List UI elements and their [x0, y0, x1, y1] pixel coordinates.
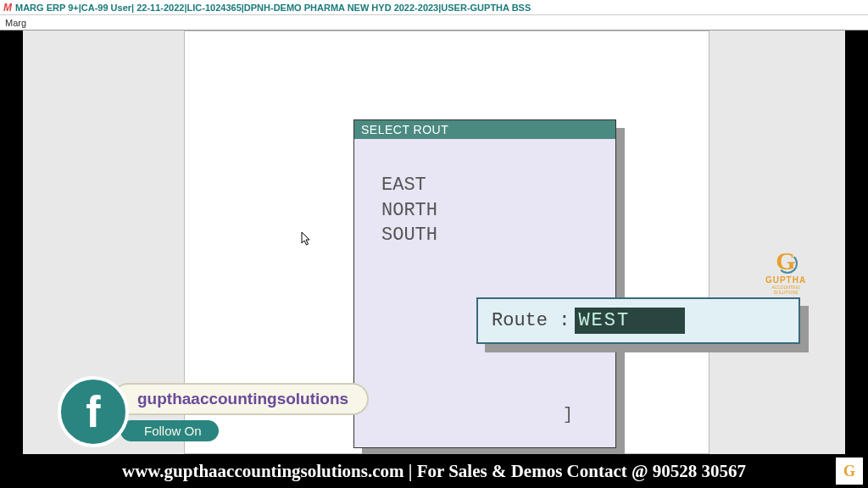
close-bracket: ] — [563, 405, 573, 424]
menu-item-marg[interactable]: Marg — [5, 18, 26, 28]
bottom-banner: www.gupthaaccountingsolutions.com | For … — [0, 454, 868, 488]
banner-text: www.gupthaaccountingsolutions.com | For … — [122, 461, 746, 482]
route-input[interactable] — [575, 308, 685, 334]
logo-letter: G — [760, 247, 811, 275]
logo-swirl-icon — [777, 253, 798, 274]
route-label: Route : — [492, 310, 570, 331]
route-option-south[interactable]: SOUTH — [381, 223, 598, 248]
route-option-east[interactable]: EAST — [381, 173, 598, 198]
fb-pill-group: gupthaaccountingsolutions Follow On — [112, 383, 369, 441]
dialog-title: SELECT ROUT — [354, 120, 615, 139]
left-strip — [0, 30, 23, 488]
logo-brand: GUPTHA — [760, 275, 811, 285]
route-option-north[interactable]: NORTH — [381, 198, 598, 224]
guptha-logo: G GUPTHA ACCOUNTING SOLUTIONS — [760, 247, 811, 295]
dialog-body: EAST NORTH SOUTH ] — [354, 139, 615, 446]
logo-subtitle: ACCOUNTING SOLUTIONS — [760, 285, 811, 295]
facebook-handle[interactable]: gupthaaccountingsolutions — [112, 383, 369, 415]
titlebar-text: MARG ERP 9+|CA-99 User| 22-11-2022|LIC-1… — [15, 3, 531, 13]
menubar: Marg — [0, 15, 868, 30]
window-titlebar: M MARG ERP 9+|CA-99 User| 22-11-2022|LIC… — [0, 0, 868, 15]
route-input-box: Route : — [476, 297, 800, 344]
right-strip — [845, 30, 868, 488]
follow-on-button[interactable]: Follow On — [120, 420, 219, 441]
facebook-widget: f gupthaaccountingsolutions Follow On — [58, 376, 369, 447]
select-route-dialog: SELECT ROUT EAST NORTH SOUTH ] — [353, 119, 616, 448]
banner-logo-icon: G — [836, 458, 863, 485]
app-icon: M — [3, 2, 12, 14]
facebook-icon[interactable]: f — [58, 376, 129, 447]
